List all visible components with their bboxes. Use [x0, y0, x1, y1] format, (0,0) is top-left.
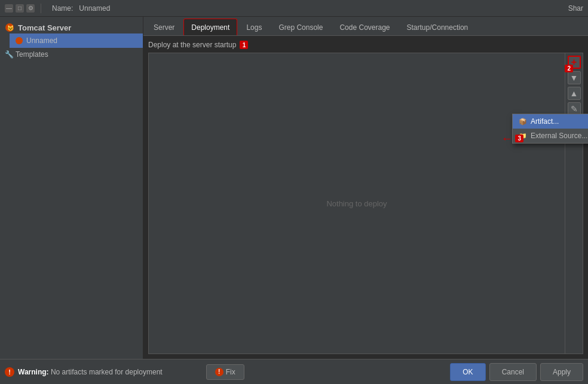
sidebar: 🐱 Tomcat Server Unnamed 🔧 Templates	[0, 17, 143, 359]
deploy-list: Nothing to deploy	[148, 53, 565, 354]
warning-area: ! Warning: No artifacts marked for deplo…	[5, 367, 201, 377]
warning-text: Warning: No artifacts marked for deploym…	[18, 368, 163, 376]
fix-label: Fix	[226, 368, 235, 376]
dialog-buttons: OK Cancel Apply	[450, 363, 583, 381]
name-label: Name:	[52, 4, 73, 13]
artifact-icon: 📦	[519, 117, 527, 126]
sidebar-unnamed-label: Unnamed	[26, 36, 57, 45]
tab-grep-console[interactable]: Grep Console	[271, 19, 330, 35]
dropdown-artifact-label: Artifact...	[531, 117, 559, 126]
warning-label: Warning:	[18, 368, 49, 376]
content-area: Server Deployment Logs Grep Console Code…	[143, 17, 588, 359]
svg-text:🐱: 🐱	[7, 25, 14, 32]
step3-annotation: ← 3	[501, 132, 523, 145]
edit-icon: ✎	[571, 104, 578, 114]
step3-arrow-left: ←	[501, 132, 513, 145]
deploy-header: Deploy at the server startup 1	[148, 41, 583, 49]
tab-deployment[interactable]: Deployment	[183, 19, 237, 35]
apply-button[interactable]: Apply	[540, 363, 583, 381]
tab-bar: Server Deployment Logs Grep Console Code…	[143, 17, 588, 36]
window-controls: — □ ⚙	[5, 4, 35, 13]
bottom-bar: ! Warning: No artifacts marked for deplo…	[0, 359, 588, 384]
dropdown-external-source-label: External Source...	[531, 132, 587, 140]
sidebar-templates-label: Templates	[16, 50, 48, 59]
dropdown-artifact-item[interactable]: 📦 Artifact...	[513, 114, 588, 129]
deployment-tab-content: Deploy at the server startup 1 2 Nothing…	[143, 36, 588, 359]
warning-icon: !	[5, 367, 14, 377]
dropdown-external-source-item[interactable]: 📁 External Source...	[513, 129, 588, 143]
step3-badge: 3	[515, 135, 523, 142]
tab-logs[interactable]: Logs	[238, 19, 270, 35]
share-label: Shar	[568, 4, 583, 13]
title-bar: — □ ⚙ Name: Unnamed Shar	[0, 0, 588, 17]
minimize-icon[interactable]: —	[5, 4, 13, 13]
cancel-button[interactable]: Cancel	[489, 363, 537, 381]
move-up-button[interactable]: ▲	[568, 87, 581, 100]
title-separator	[41, 4, 41, 13]
sidebar-group-label: Tomcat Server	[18, 23, 71, 32]
step1-badge: 1	[240, 41, 248, 49]
sidebar-unnamed-icon	[14, 36, 24, 45]
tomcat-icon: 🐱	[5, 23, 14, 32]
settings-icon[interactable]: ⚙	[26, 4, 35, 13]
fix-icon: !	[215, 368, 223, 376]
step2-badge: 2	[565, 65, 573, 72]
warning-message: No artifacts marked for deployment	[51, 368, 163, 376]
deploy-area: Nothing to deploy + ▼ ▲ ✎	[148, 53, 583, 354]
ok-button[interactable]: OK	[450, 363, 485, 381]
arrow-up-icon: ▲	[570, 89, 578, 98]
sidebar-item-templates[interactable]: 🔧 Templates	[0, 48, 143, 61]
tab-startup-connection[interactable]: Startup/Connection	[399, 19, 476, 35]
add-dropdown-menu: 📦 Artifact... 📁 External Source...	[512, 114, 588, 144]
name-value: Unnamed	[79, 4, 110, 13]
tab-server[interactable]: Server	[146, 19, 182, 35]
arrow-down-icon: ▼	[570, 73, 578, 83]
main-layout: 🐱 Tomcat Server Unnamed 🔧 Templates Serv…	[0, 17, 588, 359]
fix-button[interactable]: ! Fix	[206, 364, 244, 380]
templates-wrench-icon: 🔧	[5, 50, 13, 59]
empty-deploy-text: Nothing to deploy	[326, 199, 387, 208]
sidebar-item-unnamed[interactable]: Unnamed	[10, 33, 143, 48]
maximize-icon[interactable]: □	[16, 4, 24, 13]
deploy-toolbar: + ▼ ▲ ✎	[565, 53, 583, 354]
deploy-header-text: Deploy at the server startup	[148, 41, 236, 49]
tab-code-coverage[interactable]: Code Coverage	[332, 19, 397, 35]
sidebar-group-tomcat: 🐱 Tomcat Server	[0, 19, 143, 33]
svg-point-2	[16, 37, 23, 44]
warning-symbol: !	[8, 368, 11, 376]
move-down-button[interactable]: ▼	[568, 71, 581, 84]
